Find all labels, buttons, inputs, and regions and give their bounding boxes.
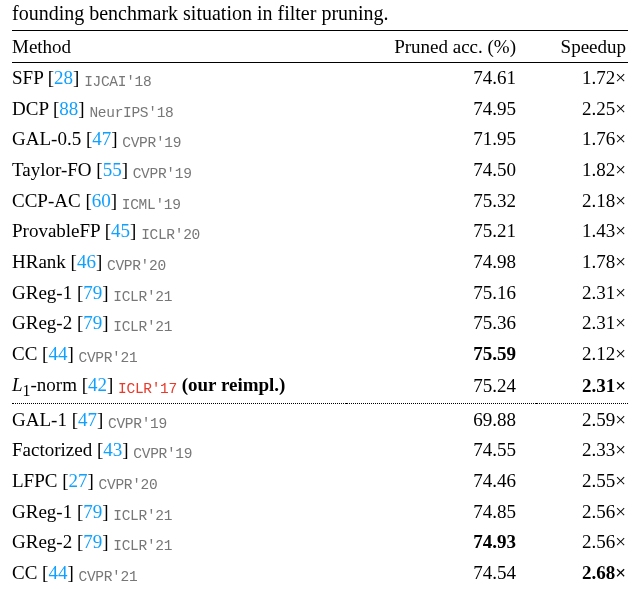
speed-cell: 1.78×: [536, 246, 628, 277]
venue-tag: CVPR'19: [108, 416, 167, 432]
acc-cell: 74.50: [346, 155, 536, 186]
speed-cell: 2.68×: [536, 557, 628, 588]
acc-cell: 74.85: [346, 496, 536, 527]
citation-link[interactable]: 44: [48, 343, 67, 364]
results-table: Method Pruned acc. (%) Speedup SFP [28] …: [12, 30, 628, 589]
citation-link[interactable]: 79: [83, 501, 102, 522]
speed-cell: 2.31×: [536, 277, 628, 308]
context-text: founding benchmark situation in filter p…: [12, 0, 628, 26]
table-row: CCP-AC [60] ICML'1975.322.18×: [12, 185, 628, 216]
acc-cell: 74.55: [346, 435, 536, 466]
table-row: CC [44] CVPR'2175.592.12×: [12, 338, 628, 369]
acc-cell: 71.95: [346, 124, 536, 155]
citation-link[interactable]: 45: [111, 220, 130, 241]
method-cell: DCP [88] NeurIPS'18: [12, 93, 346, 124]
speed-cell: 1.82×: [536, 155, 628, 186]
acc-cell: 75.24: [346, 369, 536, 404]
acc-cell: 69.88: [346, 404, 536, 435]
table-row: CC [44] CVPR'2174.542.68×: [12, 557, 628, 588]
table-row: SFP [28] IJCAI'1874.611.72×: [12, 62, 628, 93]
method-cell: SFP [28] IJCAI'18: [12, 62, 346, 93]
method-cell: Taylor-FO [55] CVPR'19: [12, 155, 346, 186]
citation-link[interactable]: 79: [83, 531, 102, 552]
venue-tag: ICLR'20: [141, 227, 200, 243]
method-cell: ProvableFP [45] ICLR'20: [12, 216, 346, 247]
venue-tag: ICML'19: [122, 197, 181, 213]
citation-link[interactable]: 79: [83, 312, 102, 333]
method-cell: GReg-2 [79] ICLR'21: [12, 527, 346, 558]
venue-tag: ICLR'21: [113, 508, 172, 524]
venue-tag: CVPR'19: [133, 446, 192, 462]
citation-link[interactable]: 47: [78, 409, 97, 430]
table-row: GReg-1 [79] ICLR'2174.852.56×: [12, 496, 628, 527]
speed-cell: 2.56×: [536, 496, 628, 527]
citation-link[interactable]: 42: [88, 374, 107, 395]
method-cell: CC [44] CVPR'21: [12, 338, 346, 369]
citation-link[interactable]: 88: [59, 98, 78, 119]
venue-tag: CVPR'20: [99, 477, 158, 493]
method-cell: GAL-1 [47] CVPR'19: [12, 404, 346, 435]
venue-tag: NeurIPS'18: [89, 105, 173, 121]
speed-cell: 2.25×: [536, 93, 628, 124]
method-cell: HRank [46] CVPR'20: [12, 246, 346, 277]
venue-tag: CVPR'20: [107, 258, 166, 274]
venue-tag: CVPR'21: [79, 569, 138, 585]
acc-cell: 75.59: [346, 338, 536, 369]
venue-tag: CVPR'21: [79, 350, 138, 366]
col-speed: Speedup: [536, 31, 628, 63]
speed-cell: 2.12×: [536, 338, 628, 369]
table-row: Taylor-FO [55] CVPR'1974.501.82×: [12, 155, 628, 186]
citation-link[interactable]: 27: [69, 470, 88, 491]
citation-link[interactable]: 44: [48, 562, 67, 583]
col-acc: Pruned acc. (%): [346, 31, 536, 63]
method-cell: CCP-AC [60] ICML'19: [12, 185, 346, 216]
citation-link[interactable]: 43: [103, 439, 122, 460]
citation-link[interactable]: 46: [77, 251, 96, 272]
table-row: GReg-2 [79] ICLR'2175.362.31×: [12, 308, 628, 339]
method-cell: L1-norm [42] ICLR'17 (our reimpl.): [12, 369, 346, 404]
citation-link[interactable]: 28: [54, 67, 73, 88]
venue-tag: IJCAI'18: [84, 74, 151, 90]
table-row: GReg-1 [79] ICLR'2175.162.31×: [12, 277, 628, 308]
acc-cell: 74.98: [346, 246, 536, 277]
method-cell: GAL-0.5 [47] CVPR'19: [12, 124, 346, 155]
venue-tag: CVPR'19: [133, 166, 192, 182]
table-header-row: Method Pruned acc. (%) Speedup: [12, 31, 628, 63]
venue-tag: ICLR'21: [113, 319, 172, 335]
method-cell: GReg-1 [79] ICLR'21: [12, 277, 346, 308]
speed-cell: 2.31×: [536, 369, 628, 404]
acc-cell: 74.93: [346, 527, 536, 558]
citation-link[interactable]: 55: [103, 159, 122, 180]
acc-cell: 74.46: [346, 465, 536, 496]
acc-cell: 75.32: [346, 185, 536, 216]
table-row: HRank [46] CVPR'2074.981.78×: [12, 246, 628, 277]
speed-cell: 2.33×: [536, 435, 628, 466]
venue-tag: ICLR'17: [118, 381, 177, 397]
acc-cell: 74.61: [346, 62, 536, 93]
table-row: LFPC [27] CVPR'2074.462.55×: [12, 465, 628, 496]
acc-cell: 74.54: [346, 557, 536, 588]
citation-link[interactable]: 60: [92, 190, 111, 211]
method-cell: Factorized [43] CVPR'19: [12, 435, 346, 466]
acc-cell: 75.21: [346, 216, 536, 247]
col-method: Method: [12, 31, 346, 63]
citation-link[interactable]: 79: [83, 282, 102, 303]
table-row: GAL-1 [47] CVPR'1969.882.59×: [12, 404, 628, 435]
speed-cell: 1.76×: [536, 124, 628, 155]
speed-cell: 2.31×: [536, 308, 628, 339]
speed-cell: 2.59×: [536, 404, 628, 435]
table-row: DCP [88] NeurIPS'1874.952.25×: [12, 93, 628, 124]
citation-link[interactable]: 47: [92, 128, 111, 149]
acc-cell: 74.95: [346, 93, 536, 124]
method-cell: GReg-2 [79] ICLR'21: [12, 308, 346, 339]
acc-cell: 75.36: [346, 308, 536, 339]
acc-cell: 75.16: [346, 277, 536, 308]
method-cell: GReg-1 [79] ICLR'21: [12, 496, 346, 527]
venue-tag: ICLR'21: [113, 289, 172, 305]
venue-tag: ICLR'21: [113, 538, 172, 554]
table-row: GAL-0.5 [47] CVPR'1971.951.76×: [12, 124, 628, 155]
method-cell: CC [44] CVPR'21: [12, 557, 346, 588]
table-row: ProvableFP [45] ICLR'2075.211.43×: [12, 216, 628, 247]
speed-cell: 1.43×: [536, 216, 628, 247]
speed-cell: 2.18×: [536, 185, 628, 216]
